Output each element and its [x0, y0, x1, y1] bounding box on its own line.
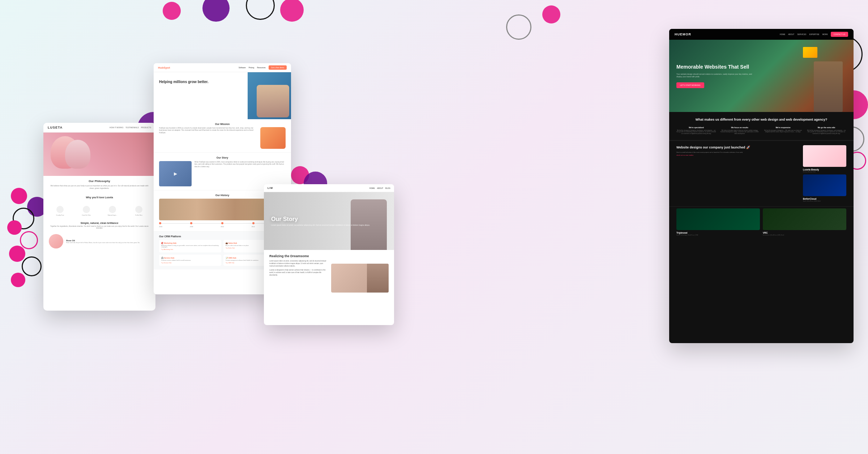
- hubspot-hero-title: Helping millions grow better.: [159, 79, 242, 84]
- hubspot-crm-marketing-title: 🧲 Marketing Hub: [161, 242, 219, 244]
- ourstory-nav-home[interactable]: HOME: [369, 187, 375, 189]
- luseta-hero-bg: [43, 133, 155, 176]
- mockup-ourstory: LIM HOME ABOUT BLOG Our Story Lorem ipsu…: [264, 184, 394, 325]
- luseta-nav-item[interactable]: HOW IT WORKS: [110, 126, 123, 129]
- luseta-icon-label-3: Natural Ingre...: [105, 214, 120, 216]
- huemor-nav-work[interactable]: WORK: [822, 33, 828, 35]
- huemor-diff-spec-text: We find the strongest of designers, deve…: [676, 130, 716, 135]
- ourstory-nav-blog[interactable]: BLOG: [385, 187, 390, 189]
- huemor-vrc-title: VRC: [763, 232, 846, 234]
- huemor-diff-extra-title: We go the extra mile: [807, 126, 846, 129]
- huemor-hero-text-block: Memorable Websites That Sell Your websit…: [669, 56, 760, 95]
- ourstory-hero-bg: Our Story Lorem ipsum dolor sit amet, co…: [264, 192, 394, 250]
- luseta-simple-text: Together the ingredients, Abundante vita…: [49, 225, 150, 229]
- huemor-nav-services[interactable]: SERVICES: [797, 33, 806, 35]
- huemor-luseta-thumb: [803, 145, 846, 167]
- hubspot-nav-software[interactable]: Software: [239, 66, 246, 69]
- luseta-product-text: Rose Oil Rose are bold, they're full of …: [66, 239, 140, 243]
- ourstory-nav-about[interactable]: ABOUT: [377, 187, 383, 189]
- huemor-nav-expertise[interactable]: EXPERTISE: [809, 33, 819, 35]
- ourstory-header: LIM HOME ABOUT BLOG: [264, 184, 394, 192]
- huemor-bettercloud-sub: SaaS | WordPress | B2B | Build: [803, 200, 846, 202]
- huemor-diff-extra: We go the extra mile We find the stronge…: [807, 126, 846, 135]
- huemor-hero-cta-button[interactable]: LET'S START WORKING: [676, 82, 704, 88]
- ourstory-logo: LIM: [268, 187, 273, 189]
- hubspot-nav-resources[interactable]: Resources: [257, 66, 266, 69]
- huemor-hero-warrior-image: [814, 61, 843, 112]
- luseta-nav: HOW IT WORKS TESTIMONIALS PRODUCTS: [110, 126, 151, 129]
- huemor-contact-button[interactable]: CONTACT US: [831, 32, 848, 37]
- huemor-different-section: What makes us different from every other…: [669, 112, 854, 140]
- huemor-diff-responsive: We're responsive We find the strongest o…: [763, 126, 803, 135]
- luseta-product-section: Rose Oil Rose are bold, they're full of …: [43, 232, 155, 251]
- luseta-icon-circle-4: [135, 206, 142, 213]
- hubspot-hero-image: [248, 72, 291, 119]
- luseta-product-desc: Rose are bold, they're full of Reds, Blu…: [66, 242, 140, 243]
- huemor-launch-cards: Luseta Beauty Beauty | Beauty | Build Be…: [803, 145, 846, 202]
- luseta-nav-item[interactable]: PRODUCTS: [141, 126, 151, 129]
- ourstory-hero-text-block: Our Story Lorem ipsum dolor sit amet, co…: [271, 216, 370, 226]
- huemor-different-title: What makes us different from every other…: [676, 117, 846, 122]
- hubspot-year-3: 2012: [221, 226, 224, 228]
- hubspot-story-title: Our Story: [159, 156, 286, 159]
- hubspot-timeline-line: [161, 223, 190, 224]
- huemor-launch-link[interactable]: check out our case studies: [676, 154, 799, 156]
- hubspot-story-text: When HubSpot was started in 2006, most c…: [194, 161, 286, 186]
- huemor-nav: HOME ABOUT SERVICES EXPERTISE WORK CONTA…: [780, 32, 848, 37]
- hubspot-logo: HubSpot: [158, 66, 170, 69]
- hubspot-nav: Software Pricing Resources Get a free de…: [239, 65, 287, 70]
- huemor-tripleseat-thumb: [676, 208, 760, 230]
- hubspot-crm-service: 🎧 Service Hub Customer service software …: [159, 255, 221, 266]
- hubspot-mission-section: Our Mission HubSpot was founded in 2006 …: [154, 119, 291, 153]
- huemor-portfolio-section: Tripleseat SaaS | Technology | WordPress…: [669, 207, 854, 239]
- luseta-icon-circle-1: [56, 206, 64, 213]
- huemor-launch-desc: Here's a small selection of the most rec…: [676, 151, 799, 153]
- huemor-tripleseat-sub: SaaS | Technology | WordPress | CRM: [676, 234, 760, 236]
- ourstory-hero-subtitle: Lorem ipsum dolor sit amet, consectetur …: [271, 224, 370, 226]
- hubspot-year-4: 2014: [252, 226, 255, 228]
- hubspot-nav-pricing[interactable]: Pricing: [249, 66, 254, 69]
- luseta-header: LUSETA HOW IT WORKS TESTIMONIALS PRODUCT…: [43, 123, 155, 133]
- luseta-nav-item[interactable]: TESTIMONIALS: [125, 126, 139, 129]
- ourstory-sub-figure: [367, 264, 389, 293]
- huemor-nav-about[interactable]: ABOUT: [788, 33, 794, 35]
- hubspot-story-video[interactable]: [159, 161, 192, 186]
- huemor-nav-home[interactable]: HOME: [780, 33, 785, 35]
- huemor-portfolio-tripleseat: Tripleseat SaaS | Technology | WordPress…: [676, 208, 760, 236]
- hubspot-crm-service-link[interactable]: Try Service Hub: [161, 262, 219, 264]
- huemor-launch-title: Website designs our company just launche…: [676, 145, 799, 150]
- luseta-icon-circle-3: [109, 206, 116, 213]
- hubspot-hero-text: Helping millions grow better.: [154, 72, 248, 119]
- huemor-hero-subtitle: Your website design should convert visit…: [676, 73, 752, 78]
- ourstory-col-2: [331, 260, 389, 293]
- ourstory-realizing-text: Luseta is designed to help women achieve…: [269, 269, 327, 276]
- hubspot-crm-service-desc: Customer service software built for smal…: [161, 260, 219, 261]
- luseta-icon-1: Cruelty Free: [53, 206, 67, 216]
- huemor-hero-flag-image: [803, 47, 817, 58]
- hubspot-hero: Helping millions grow better.: [154, 72, 291, 119]
- huemor-bettercloud-title: BetterCloud: [803, 198, 846, 200]
- hubspot-year-1: 2006: [159, 226, 162, 228]
- huemor-luseta-title: Luseta Beauty: [803, 168, 846, 171]
- luseta-philosophy-title: Our Philosophy: [49, 180, 150, 183]
- huemor-logo: HUEMOR: [675, 33, 691, 36]
- huemor-diff-results-text: We look at a broader range of what we do…: [720, 130, 760, 135]
- hubspot-cta-button[interactable]: Get a free demo: [269, 65, 287, 70]
- luseta-philosophy-text: We believe that what you put on your bod…: [49, 185, 150, 190]
- luseta-why-section: Why you'll love Luseta: [43, 193, 155, 203]
- ourstory-sub-image: [331, 264, 389, 293]
- hubspot-crm-marketing: 🧲 Marketing Hub Marketing software to he…: [159, 240, 221, 252]
- huemor-diff-specialized: We're specialized We find the strongest …: [676, 126, 716, 135]
- ourstory-col-1: Lorem ipsum dolor sit amet, consectetur …: [269, 260, 327, 293]
- luseta-icon-4: To Be Oleo: [132, 206, 146, 216]
- huemor-diff-extra-text: We find the strongest of designers, deve…: [807, 130, 846, 135]
- luseta-why-title: Why you'll love Luseta: [49, 196, 150, 199]
- hubspot-year-2: 2009: [190, 226, 193, 228]
- ourstory-nav: HOME ABOUT BLOG: [369, 187, 390, 189]
- huemor-bettercloud-thumb: [803, 174, 846, 196]
- huemor-portfolio-vrc: VRC Ecommerce | WordPress | B2B | Build: [763, 208, 846, 236]
- hubspot-crm-marketing-link[interactable]: Try Marketing Hub: [161, 248, 219, 250]
- huemor-tripleseat-title: Tripleseat: [676, 232, 760, 234]
- huemor-diff-grid: We're specialized We find the strongest …: [676, 126, 846, 135]
- luseta-icon-label-1: Cruelty Free: [53, 214, 67, 216]
